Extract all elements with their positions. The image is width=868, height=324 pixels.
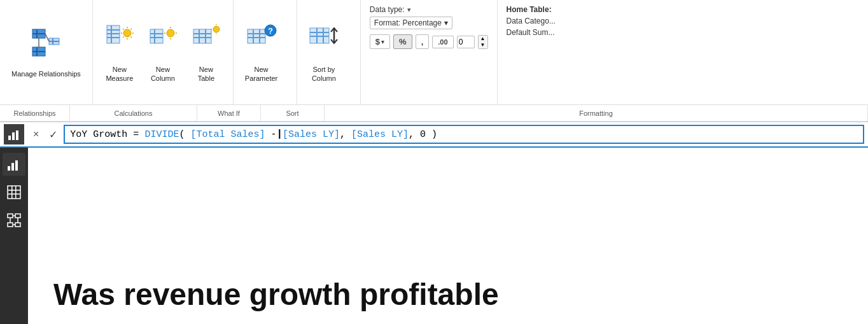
formatting-section-label: Formatting xyxy=(325,105,868,121)
svg-line-24 xyxy=(123,36,124,38)
svg-rect-45 xyxy=(248,33,265,34)
currency-symbol: $ xyxy=(375,37,380,46)
sidebar-item-data[interactable] xyxy=(3,181,25,204)
decimal-label: .00 xyxy=(438,38,447,46)
cancel-button[interactable]: × xyxy=(29,127,43,141)
sort-by-column-label: Sort byColumn xyxy=(312,65,336,83)
spinner-up[interactable]: ▲ xyxy=(479,36,487,42)
svg-rect-26 xyxy=(150,33,163,34)
percent-symbol: % xyxy=(399,37,407,46)
svg-rect-60 xyxy=(8,166,10,171)
spinner-down[interactable]: ▼ xyxy=(479,42,487,48)
formula-sales-ly-1: [Sales LY] xyxy=(283,129,340,140)
decimal-button[interactable]: .00 xyxy=(432,36,453,48)
new-measure-button[interactable]: NewMeasure xyxy=(99,5,140,99)
param-icon: ? xyxy=(246,22,277,62)
table-icon xyxy=(191,22,221,62)
svg-rect-28 xyxy=(154,29,155,43)
svg-rect-36 xyxy=(193,37,211,38)
calculations-section-label: Calculations xyxy=(70,105,197,121)
confirm-button[interactable]: ✓ xyxy=(45,127,61,142)
manage-relationships-button[interactable]: Manage Relationships xyxy=(6,5,86,99)
svg-rect-12 xyxy=(107,29,120,31)
svg-line-10 xyxy=(45,34,49,41)
format-dropdown-chevron: ▾ xyxy=(444,18,448,27)
new-column-button[interactable]: NewColumn xyxy=(143,5,183,99)
svg-point-16 xyxy=(123,29,131,37)
sort-section: Sort byColumn xyxy=(297,0,361,104)
new-table-button[interactable]: NewTable xyxy=(186,5,227,99)
svg-rect-25 xyxy=(150,29,163,43)
svg-rect-66 xyxy=(11,186,13,199)
formula-divide-func: DIVIDE xyxy=(144,129,179,140)
data-type-dropdown-arrow: ▾ xyxy=(407,6,411,14)
sidebar-item-model[interactable] xyxy=(3,209,25,232)
ribbon-label-row: Relationships Calculations What If Sort … xyxy=(0,105,868,122)
calculations-section: NewMeasure xyxy=(93,0,234,104)
formula-comma: , xyxy=(340,129,351,140)
svg-line-23 xyxy=(130,29,132,30)
new-parameter-label: NewParameter xyxy=(245,65,277,83)
svg-rect-2 xyxy=(36,29,38,38)
svg-rect-38 xyxy=(205,29,206,43)
svg-line-22 xyxy=(130,36,132,38)
currency-button[interactable]: $ ▾ xyxy=(370,34,390,49)
svg-rect-63 xyxy=(8,186,20,199)
new-column-label: NewColumn xyxy=(151,65,175,83)
svg-rect-35 xyxy=(193,33,211,34)
svg-rect-67 xyxy=(15,186,17,199)
comma-button[interactable]: , xyxy=(416,34,430,49)
sort-section-label: Sort xyxy=(261,105,325,121)
svg-rect-69 xyxy=(15,214,20,218)
format-label: Format: Percentage xyxy=(374,18,442,27)
svg-rect-48 xyxy=(259,29,260,43)
main-title: Was revenue growth profitable xyxy=(53,278,499,312)
svg-rect-37 xyxy=(199,29,200,43)
svg-rect-70 xyxy=(8,223,13,227)
svg-line-21 xyxy=(123,29,124,30)
decimal-spinner[interactable]: ▲ ▼ xyxy=(478,35,488,49)
svg-rect-8 xyxy=(49,41,59,42)
new-parameter-button[interactable]: ? NewParameter xyxy=(240,5,283,99)
formula-minus: - xyxy=(265,129,276,140)
svg-rect-54 xyxy=(316,28,318,43)
svg-rect-44 xyxy=(248,29,265,43)
svg-rect-65 xyxy=(8,194,20,195)
svg-rect-4 xyxy=(32,51,45,52)
svg-rect-62 xyxy=(15,160,18,171)
formula-total-sales: [Total Sales] xyxy=(190,129,265,140)
relationships-section: Manage Relationships xyxy=(0,0,93,104)
whatif-section: ? NewParameter xyxy=(234,0,297,104)
svg-rect-64 xyxy=(8,190,20,191)
manage-rel-icon xyxy=(31,26,61,67)
svg-rect-47 xyxy=(253,29,254,43)
formula-input[interactable]: YoY Growth = DIVIDE( [Total Sales] -|[Sa… xyxy=(64,125,864,144)
sort-by-column-button[interactable]: Sort byColumn xyxy=(304,5,344,99)
svg-rect-1 xyxy=(32,33,45,34)
manage-relationships-label: Manage Relationships xyxy=(11,69,81,78)
sidebar xyxy=(0,148,28,324)
svg-point-29 xyxy=(167,29,174,37)
percent-button[interactable]: % xyxy=(393,34,412,49)
svg-rect-5 xyxy=(36,47,38,56)
svg-rect-52 xyxy=(310,32,329,33)
formula-cursor: | xyxy=(276,129,283,140)
sidebar-item-report[interactable] xyxy=(3,153,25,176)
comma-symbol: , xyxy=(421,37,424,46)
ribbon-main-row: Manage Relationships xyxy=(0,0,868,105)
decimal-places-input[interactable] xyxy=(457,36,475,48)
formula-bar: × ✓ YoY Growth = DIVIDE( [Total Sales] -… xyxy=(0,122,868,148)
svg-rect-9 xyxy=(52,38,53,45)
format-row: Format: Percentage ▾ xyxy=(370,17,488,29)
new-measure-label: NewMeasure xyxy=(106,65,133,83)
formula-prefix: YoY Growth = xyxy=(70,129,144,140)
svg-rect-61 xyxy=(11,163,14,171)
svg-rect-46 xyxy=(248,37,265,38)
svg-rect-68 xyxy=(8,214,13,218)
default-sum-label: Default Sum... xyxy=(507,28,603,37)
column-icon xyxy=(148,22,178,62)
content-area: Was revenue growth profitable xyxy=(0,148,868,324)
format-dropdown[interactable]: Format: Percentage ▾ xyxy=(370,17,452,29)
new-table-label: NewTable xyxy=(198,65,214,83)
currency-arrow: ▾ xyxy=(381,39,384,45)
